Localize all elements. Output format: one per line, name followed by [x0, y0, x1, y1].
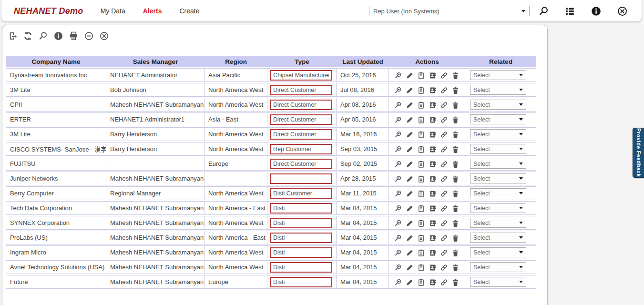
notes-icon[interactable] [418, 205, 425, 212]
view-details-icon[interactable] [395, 116, 402, 123]
edit-icon[interactable] [406, 279, 413, 286]
column-header-region[interactable]: Region [204, 56, 267, 67]
view-details-icon[interactable] [395, 102, 402, 109]
link-icon[interactable] [440, 102, 448, 109]
info-icon[interactable] [591, 6, 601, 16]
view-details-icon[interactable] [395, 205, 402, 212]
link-icon[interactable] [440, 131, 448, 138]
related-select[interactable]: Select [470, 218, 526, 228]
contacts-icon[interactable] [429, 234, 436, 242]
delete-icon[interactable] [452, 190, 459, 197]
view-details-icon[interactable] [395, 279, 402, 286]
related-select[interactable]: Select [470, 85, 526, 95]
notes-icon[interactable] [418, 279, 425, 286]
view-details-icon[interactable] [395, 131, 402, 138]
contacts-icon[interactable] [429, 279, 436, 286]
link-icon[interactable] [440, 146, 448, 153]
delete-icon[interactable] [452, 146, 459, 153]
search-icon[interactable] [39, 31, 48, 41]
column-header-type[interactable]: Type [267, 56, 337, 67]
type-input[interactable] [270, 85, 332, 95]
related-select[interactable]: Select [470, 144, 526, 154]
link-icon[interactable] [440, 87, 448, 94]
notes-icon[interactable] [418, 161, 425, 168]
type-input[interactable] [270, 247, 332, 258]
edit-icon[interactable] [406, 264, 413, 271]
edit-icon[interactable] [406, 190, 413, 197]
contacts-icon[interactable] [429, 264, 436, 271]
type-input[interactable] [270, 159, 332, 169]
type-input[interactable] [270, 114, 332, 125]
nav-item-create[interactable]: Create [179, 7, 199, 15]
contacts-icon[interactable] [429, 72, 436, 79]
link-icon[interactable] [440, 279, 448, 286]
type-input[interactable] [270, 70, 332, 81]
related-select[interactable]: Select [470, 100, 526, 110]
view-details-icon[interactable] [395, 234, 402, 242]
edit-icon[interactable] [406, 102, 413, 109]
delete-icon[interactable] [452, 87, 459, 94]
delete-icon[interactable] [452, 249, 459, 256]
related-select[interactable]: Select [470, 70, 526, 80]
edit-icon[interactable] [406, 249, 413, 256]
contacts-icon[interactable] [429, 116, 436, 123]
delete-icon[interactable] [452, 264, 459, 271]
link-icon[interactable] [440, 220, 448, 227]
notes-icon[interactable] [418, 116, 425, 123]
notes-icon[interactable] [418, 146, 425, 153]
close-icon[interactable] [100, 31, 109, 41]
notes-icon[interactable] [418, 131, 425, 138]
type-input[interactable] [270, 100, 332, 110]
link-icon[interactable] [440, 264, 448, 271]
related-select[interactable]: Select [470, 277, 526, 287]
refresh-icon[interactable] [23, 31, 32, 41]
edit-icon[interactable] [406, 131, 413, 138]
type-input[interactable] [270, 203, 332, 214]
delete-icon[interactable] [452, 205, 459, 212]
contacts-icon[interactable] [429, 249, 436, 256]
related-select[interactable]: Select [470, 203, 526, 213]
view-details-icon[interactable] [395, 220, 402, 227]
delete-icon[interactable] [452, 131, 459, 138]
related-select[interactable]: Select [470, 247, 526, 257]
view-details-icon[interactable] [395, 249, 402, 256]
link-icon[interactable] [440, 205, 448, 212]
edit-icon[interactable] [406, 220, 413, 227]
contacts-icon[interactable] [429, 205, 436, 212]
link-icon[interactable] [440, 116, 448, 123]
link-icon[interactable] [440, 72, 448, 79]
type-input[interactable] [270, 277, 332, 287]
contacts-icon[interactable] [429, 146, 436, 153]
related-select[interactable]: Select [470, 233, 526, 243]
delete-icon[interactable] [452, 102, 459, 109]
edit-icon[interactable] [406, 146, 413, 153]
link-icon[interactable] [440, 190, 448, 197]
type-input[interactable] [270, 188, 332, 199]
minimize-icon[interactable] [84, 31, 93, 41]
notes-icon[interactable] [418, 102, 425, 109]
contacts-icon[interactable] [429, 175, 436, 183]
column-header-last-updated[interactable]: Last Updated [337, 56, 389, 67]
user-role-select[interactable]: Rep User (Ion Systems) [369, 6, 530, 16]
info-icon[interactable] [54, 31, 63, 41]
notes-icon[interactable] [418, 72, 425, 79]
notes-icon[interactable] [418, 87, 425, 94]
edit-icon[interactable] [406, 234, 413, 242]
export-icon[interactable] [8, 31, 17, 41]
edit-icon[interactable] [406, 205, 413, 212]
view-details-icon[interactable] [395, 190, 402, 197]
edit-icon[interactable] [406, 116, 413, 123]
view-details-icon[interactable] [395, 146, 402, 153]
delete-icon[interactable] [452, 72, 459, 79]
column-header-sales-manager[interactable]: Sales Manager [106, 56, 204, 67]
related-select[interactable]: Select [470, 262, 526, 272]
type-input[interactable] [270, 262, 332, 273]
related-select[interactable]: Select [470, 129, 526, 139]
notes-icon[interactable] [418, 234, 425, 242]
contacts-icon[interactable] [429, 161, 436, 168]
view-details-icon[interactable] [395, 87, 402, 94]
close-icon[interactable] [617, 6, 627, 16]
type-input[interactable] [270, 144, 332, 154]
type-input[interactable] [270, 173, 332, 184]
nav-item-alerts[interactable]: Alerts [143, 7, 162, 15]
